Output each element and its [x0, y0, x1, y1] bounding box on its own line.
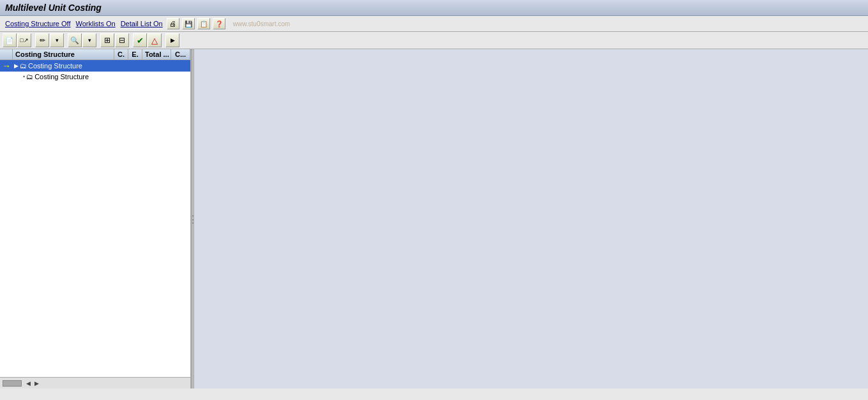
- more-icon: ▶: [171, 37, 175, 43]
- watermark-text: www.stu0smart.com: [233, 20, 290, 27]
- tree-total-cell: [142, 65, 171, 66]
- tree-col-c-header: C.: [114, 49, 128, 59]
- toolbar-group-structure: ⊞ ⊟: [100, 33, 129, 47]
- tree-row-child[interactable]: • 🗂 Costing Structure: [0, 72, 190, 82]
- scroll-right-arrow[interactable]: ▶: [33, 380, 41, 387]
- tree-col-total-header: Total ...: [142, 49, 171, 59]
- tree-content[interactable]: → ▶ 🗂 Costing Structure • 🗂 Costing: [0, 60, 190, 377]
- tree-expand-icon[interactable]: ▶: [14, 63, 19, 69]
- chevron-down-icon: ▾: [56, 37, 59, 43]
- title-bar: Multilevel Unit Costing: [0, 0, 868, 16]
- find-dropdown-button[interactable]: ▾: [82, 33, 96, 47]
- collapse-icon: ⊟: [119, 36, 125, 45]
- toolbar: 📄 □↗ ✏ ▾ 🔍 ▾ ⊞ ⊟ ✔: [0, 32, 868, 49]
- toolbar-group-edit: ✏ ▾: [35, 33, 64, 47]
- chevron-down-icon-2: ▾: [88, 37, 91, 43]
- scroll-left-arrow[interactable]: ◀: [24, 380, 33, 387]
- check-button[interactable]: ✔: [133, 33, 147, 47]
- more-button[interactable]: ▶: [165, 33, 179, 47]
- costing-node-icon: 🗂: [20, 62, 27, 70]
- execute-icon: △: [151, 36, 158, 45]
- tree-header: Costing Structure C. E. Total ... C...: [0, 49, 190, 60]
- child-total-cell: [142, 76, 171, 77]
- child-node-label[interactable]: Costing Structure: [34, 73, 89, 81]
- tree-col-arrow-header: [0, 49, 13, 59]
- menu-icon-btn-2[interactable]: 💾: [182, 18, 195, 29]
- toolbar-group-actions: ✔ △: [133, 33, 162, 47]
- find-button[interactable]: 🔍: [68, 33, 82, 47]
- tree-e-cell: [128, 65, 142, 66]
- tree-scroll-bottom: ◀ ▶: [0, 377, 190, 388]
- menu-icon-btn-1[interactable]: 🖨: [167, 18, 179, 29]
- tree-structure-cell[interactable]: ▶ 🗂 Costing Structure: [13, 61, 114, 70]
- horizontal-scrollbar-thumb[interactable]: [3, 380, 22, 387]
- edit-icon: ✏: [40, 36, 45, 45]
- child-cv-cell: [171, 76, 190, 77]
- collapse-button[interactable]: ⊟: [115, 33, 129, 47]
- child-e-cell: [128, 76, 142, 77]
- open-icon: □↗: [20, 37, 28, 43]
- tree-c-cell: [114, 65, 128, 66]
- edit-button[interactable]: ✏: [35, 33, 49, 47]
- left-panel: Costing Structure C. E. Total ... C... →…: [0, 49, 192, 388]
- toolbar-group-file: 📄 □↗: [3, 33, 31, 47]
- child-c-cell: [114, 76, 128, 77]
- toolbar-group-search: 🔍 ▾: [68, 33, 96, 47]
- check-icon: ✔: [137, 36, 144, 45]
- tree-col-cv-header: C...: [171, 49, 190, 59]
- menu-bar: Costing Structure Off Worklists On Detai…: [0, 16, 868, 32]
- tree-node-label[interactable]: Costing Structure: [28, 62, 82, 70]
- menu-icon-btn-3[interactable]: 📋: [197, 18, 210, 29]
- menu-icon-btn-4[interactable]: ❓: [213, 18, 225, 29]
- menu-worklists-on[interactable]: Worklists On: [75, 19, 117, 28]
- child-bullet-icon: •: [23, 73, 25, 80]
- search-icon: 🔍: [70, 36, 79, 45]
- new-document-button[interactable]: 📄: [3, 33, 17, 47]
- tree-col-e-header: E.: [128, 49, 142, 59]
- splitter-handle[interactable]: [192, 49, 194, 388]
- edit-dropdown-button[interactable]: ▾: [50, 33, 64, 47]
- main-area: Costing Structure C. E. Total ... C... →…: [0, 49, 868, 388]
- open-button[interactable]: □↗: [17, 33, 31, 47]
- child-node-icon: 🗂: [26, 73, 33, 81]
- right-panel: [194, 49, 868, 388]
- row-selection-arrow: →: [2, 61, 11, 71]
- tree-cv-cell: [171, 65, 190, 66]
- menu-detail-list-on[interactable]: Detail List On: [119, 19, 164, 28]
- tree-row-selected[interactable]: → ▶ 🗂 Costing Structure: [0, 60, 190, 72]
- menu-costing-structure-off[interactable]: Costing Structure Off: [4, 19, 72, 28]
- expand-button[interactable]: ⊞: [100, 33, 114, 47]
- tree-col-structure-header: Costing Structure: [13, 49, 114, 59]
- app-title: Multilevel Unit Costing: [5, 3, 102, 13]
- expand-icon: ⊞: [104, 36, 110, 45]
- tree-child-structure-cell[interactable]: • 🗂 Costing Structure: [13, 72, 114, 81]
- new-document-icon: 📄: [6, 37, 13, 44]
- execute-button[interactable]: △: [148, 33, 162, 47]
